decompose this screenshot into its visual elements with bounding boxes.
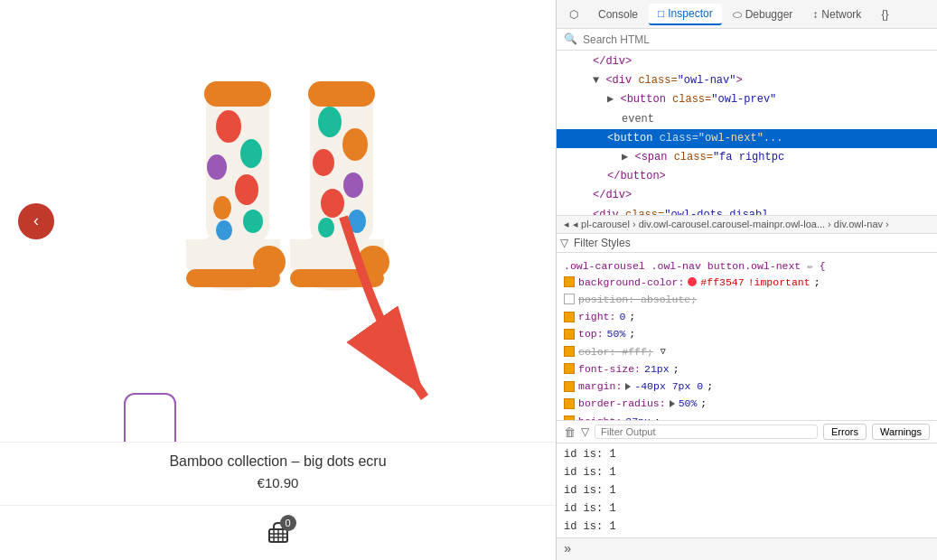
- svg-rect-5: [186, 269, 280, 287]
- css-checkbox[interactable]: [564, 294, 575, 304]
- triangle-icon: ▽: [661, 345, 666, 359]
- network-label: Network: [821, 8, 861, 21]
- console-line: id is: 1: [564, 463, 930, 481]
- html-search-bar: 🔍: [557, 29, 937, 51]
- css-checkbox[interactable]: [564, 329, 575, 340]
- tree-line: ▶ <button class="owl-prev": [557, 90, 937, 109]
- devtools-tabs: ⬡ Console □ Inspector ⬭ Debugger ↕ Netwo…: [557, 0, 937, 29]
- tree-line: ▼ <div class="owl-nav">: [557, 71, 937, 90]
- cart-area: 0: [0, 505, 556, 560]
- svg-rect-18: [290, 269, 384, 287]
- tree-line: ▶ <span class="fa rightpc: [557, 148, 937, 167]
- css-prop-top: top: 50%;: [564, 325, 930, 342]
- css-prop-font-size: font-size: 21px;: [564, 360, 930, 378]
- tab-debugger[interactable]: ⬭ Debugger: [724, 5, 802, 24]
- console-label: Console: [598, 8, 638, 21]
- svg-point-24: [348, 210, 366, 233]
- svg-point-8: [207, 154, 227, 180]
- tab-network[interactable]: ↕ Network: [803, 5, 870, 24]
- network-icon: ↕: [812, 8, 818, 21]
- expand-icon[interactable]: »: [564, 542, 571, 556]
- debugger-icon: ⬭: [733, 8, 742, 21]
- svg-point-12: [216, 220, 232, 240]
- css-checkbox[interactable]: [564, 276, 575, 287]
- css-selector: .owl-carousel .owl-nav button.owl-next ✏…: [564, 260, 930, 272]
- tree-line: <div class="owl-dots disabl: [557, 206, 937, 215]
- html-tree: </div> ▼ <div class="owl-nav"> ▶ <button…: [557, 51, 937, 215]
- svg-point-25: [318, 218, 334, 238]
- svg-rect-1: [204, 81, 271, 107]
- tab-inspector[interactable]: □ Inspector: [649, 4, 722, 25]
- highlighted-button-overlay: ›: [124, 393, 176, 442]
- css-prop-position: position: absolute;: [564, 291, 930, 308]
- tree-line-highlighted[interactable]: <button class="owl-next"...: [557, 129, 937, 148]
- css-checkbox[interactable]: [564, 381, 575, 392]
- product-panel: ‹ › Bamboo collection – big dots ecru €1…: [0, 0, 556, 560]
- console-line: id is: 1: [564, 518, 930, 536]
- console-line: id is: 1: [564, 445, 930, 463]
- filter-styles-bar: ▽ Filter Styles: [557, 234, 937, 253]
- svg-point-23: [321, 189, 344, 218]
- console-output-section: 🗑 ▽ Errors Warnings id is: 1 id is: 1 id…: [557, 420, 937, 537]
- tree-line: event: [557, 110, 937, 129]
- tree-line: </button>: [557, 167, 937, 186]
- css-checkbox[interactable]: [564, 398, 575, 409]
- search-icon: 🔍: [564, 33, 577, 46]
- devtools-panel: ⬡ Console □ Inspector ⬭ Debugger ↕ Netwo…: [556, 0, 937, 560]
- tree-line: </div>: [557, 52, 937, 71]
- svg-point-22: [343, 173, 363, 198]
- tab-pick[interactable]: ⬡: [560, 5, 587, 24]
- css-edit-icon[interactable]: ✏: [807, 261, 813, 272]
- color-swatch[interactable]: [688, 277, 697, 286]
- expand-triangle[interactable]: [625, 383, 631, 390]
- svg-point-6: [216, 110, 241, 143]
- product-image-area: ‹ ›: [0, 0, 556, 442]
- svg-point-11: [243, 210, 263, 233]
- breadcrumb-text: ◂ pl-carousel › div.owl-carousel.carouse…: [573, 219, 889, 230]
- css-checkbox[interactable]: [564, 363, 575, 374]
- console-lines: id is: 1 id is: 1 id is: 1 id is: 1 id i…: [557, 443, 937, 537]
- css-prop-border-radius: border-radius: 50%;: [564, 395, 930, 412]
- css-checkbox[interactable]: [564, 312, 575, 322]
- warnings-button[interactable]: Warnings: [872, 424, 930, 440]
- filter-output-input[interactable]: [595, 425, 818, 439]
- styles-section: .owl-carousel .owl-nav button.owl-next ✏…: [557, 253, 937, 421]
- css-checkbox[interactable]: [564, 346, 575, 357]
- cart-badge: 0: [280, 515, 296, 531]
- css-brace: {: [820, 260, 826, 272]
- console-filter-bar: 🗑 ▽ Errors Warnings: [557, 421, 937, 443]
- tree-line: </div>: [557, 186, 937, 205]
- inspector-icon: □: [658, 7, 664, 20]
- svg-point-19: [318, 107, 342, 137]
- console-line: id is: 1: [564, 481, 930, 499]
- breadcrumb-back-icon[interactable]: ◂: [564, 219, 569, 230]
- inspector-label: Inspector: [668, 7, 712, 20]
- search-input[interactable]: [583, 33, 930, 46]
- debugger-label: Debugger: [745, 8, 793, 21]
- errors-button[interactable]: Errors: [823, 424, 867, 440]
- css-prop-right: right: 0;: [564, 308, 930, 325]
- product-price: €10.90: [18, 475, 538, 490]
- pick-icon: ⬡: [569, 8, 578, 21]
- svg-point-21: [313, 149, 334, 176]
- tab-console[interactable]: Console: [589, 5, 647, 24]
- cart-button[interactable]: 0: [258, 513, 298, 553]
- product-title: Bamboo collection – big dots ecru: [18, 453, 538, 470]
- breadcrumb: ◂ ◂ pl-carousel › div.owl-carousel.carou…: [557, 215, 937, 234]
- product-image: [143, 72, 414, 370]
- console-line: id is: 1: [564, 499, 930, 518]
- filter-icon: ▽: [560, 237, 568, 249]
- css-prop-height: height: 37px;: [564, 413, 930, 421]
- css-prop-color: color: #fff; ▽: [564, 343, 930, 360]
- svg-point-10: [213, 196, 231, 219]
- product-info: Bamboo collection – big dots ecru €10.90: [0, 442, 556, 505]
- trash-icon[interactable]: 🗑: [564, 425, 576, 439]
- devtools-bottom-bar: »: [557, 537, 937, 560]
- prev-button[interactable]: ‹: [18, 203, 54, 239]
- expand-triangle[interactable]: [670, 400, 675, 407]
- css-prop-margin: margin: -40px 7px 0;: [564, 378, 930, 395]
- svg-point-9: [235, 174, 258, 205]
- style-editor-icon: {}: [881, 8, 888, 21]
- svg-point-20: [342, 128, 368, 161]
- tab-style-editor[interactable]: {}: [872, 5, 897, 24]
